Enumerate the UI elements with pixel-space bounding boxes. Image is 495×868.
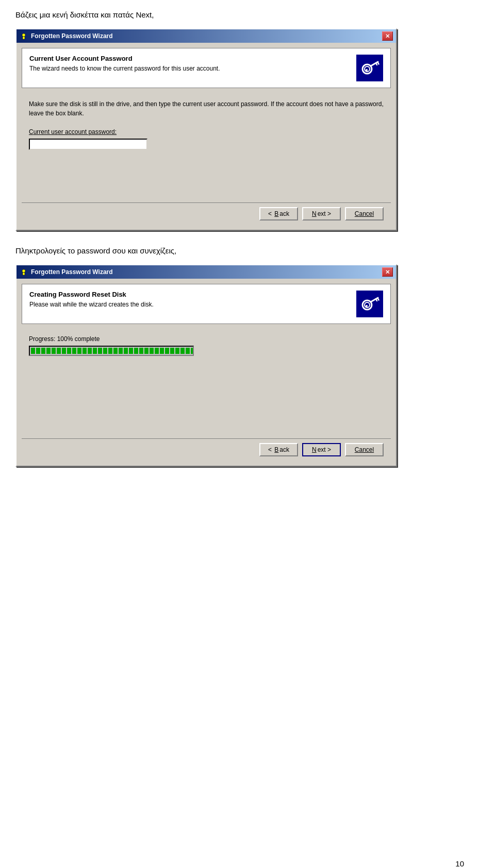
progress-segment <box>77 348 81 354</box>
progress-segment <box>57 348 61 354</box>
progress-segment <box>36 348 40 354</box>
progress-segment <box>160 348 164 354</box>
password-label-underline: C <box>29 128 34 135</box>
progress-segment <box>129 348 133 354</box>
svg-rect-2 <box>23 37 25 39</box>
wizard-title-icon <box>20 32 28 40</box>
dialog1-header: Current User Account Password The wizard… <box>22 48 391 88</box>
progress-segment <box>186 348 190 354</box>
dialog2-close-button[interactable]: ✕ <box>382 267 393 277</box>
back-underline: B <box>274 210 278 217</box>
progress-segment <box>113 348 118 354</box>
progress-segment <box>119 348 123 354</box>
progress-segment <box>46 348 51 354</box>
dialog2-header-text: Creating Password Reset Disk Please wait… <box>29 291 351 308</box>
progress-segment <box>93 348 97 354</box>
dialog2-title-area: Forgotten Password Wizard <box>20 268 113 276</box>
svg-point-17 <box>366 305 368 307</box>
back-underline2: B <box>274 446 278 453</box>
progress-segment <box>134 348 138 354</box>
dialog1-description: Make sure the disk is still in the drive… <box>29 99 384 118</box>
dialog1-footer: < Back Next > Cancel <box>22 202 391 225</box>
dialog1-header-text: Current User Account Password The wizard… <box>29 55 351 72</box>
progress-segment <box>103 348 107 354</box>
dialog1-header-subtitle: The wizard needs to know the current pas… <box>29 65 351 72</box>
wizard-title-icon2 <box>20 268 28 276</box>
progress-segment <box>150 348 154 354</box>
dialog2-title-text: Forgotten Password Wizard <box>31 268 113 276</box>
dialog2-body: Creating Password Reset Disk Please wait… <box>16 279 396 466</box>
progress-label: Progress: 100% complete <box>29 335 384 343</box>
next-underline2: N <box>312 446 317 453</box>
progress-segment <box>165 348 169 354</box>
dialog1-next-button[interactable]: Next > <box>302 207 341 220</box>
page-number: 10 <box>455 859 464 868</box>
progress-segment <box>175 348 179 354</box>
dialog2-next-button[interactable]: Next > <box>302 443 341 456</box>
dialog1-title-area: Forgotten Password Wizard <box>20 32 113 40</box>
progress-segment <box>62 348 66 354</box>
progress-bar <box>29 346 194 356</box>
dialog1-key-icon-box <box>356 55 383 81</box>
dialog2-cancel-button[interactable]: Cancel <box>345 443 384 456</box>
dialog1-content: Make sure the disk is still in the drive… <box>22 94 391 197</box>
progress-segment <box>31 348 35 354</box>
dialog2-header-title: Creating Password Reset Disk <box>29 291 351 298</box>
progress-segment <box>191 348 194 354</box>
password-label: Current user account password: <box>29 128 384 135</box>
dialog2-header: Creating Password Reset Disk Please wait… <box>22 284 391 324</box>
svg-line-7 <box>378 62 379 64</box>
progress-bar-fill <box>30 347 194 355</box>
dialog2-back-button[interactable]: < Back <box>259 443 298 456</box>
cancel-text2: Cancel <box>355 446 374 453</box>
progress-segment <box>108 348 112 354</box>
second-text: Πληκτρολογείς το password σου και συνεχί… <box>15 246 480 255</box>
dialog2-key-icon-box <box>356 291 383 317</box>
dialog2-header-subtitle: Please wait while the wizard creates the… <box>29 301 351 308</box>
dialog1-cancel-button[interactable]: Cancel <box>345 207 384 220</box>
dialog2-content: Progress: 100% complete <box>22 330 391 433</box>
progress-segment <box>139 348 143 354</box>
intro-text: Βάζεις μια κενή δισκέττα και πατάς Next, <box>15 10 480 19</box>
progress-segment <box>82 348 87 354</box>
progress-segment <box>52 348 56 354</box>
dialog1-window: Forgotten Password Wizard ✕ Current User… <box>15 28 397 231</box>
progress-segment <box>88 348 92 354</box>
key-icon2 <box>359 294 380 314</box>
progress-segment <box>67 348 71 354</box>
svg-point-10 <box>22 269 25 273</box>
dialog1-close-button[interactable]: ✕ <box>382 31 393 41</box>
progress-segment <box>144 348 148 354</box>
progress-segment <box>72 348 76 354</box>
dialog2-window: Forgotten Password Wizard ✕ Creating Pas… <box>15 264 397 467</box>
svg-point-8 <box>366 69 368 71</box>
svg-line-16 <box>378 298 379 300</box>
dialog1-titlebar: Forgotten Password Wizard ✕ <box>16 29 396 43</box>
progress-segment <box>180 348 185 354</box>
password-label-rest: urrent user account password: <box>34 128 117 135</box>
cancel-text: Cancel <box>355 210 374 217</box>
svg-rect-11 <box>23 273 25 275</box>
dialog2-footer: < Back Next > Cancel <box>22 438 391 461</box>
progress-segment <box>41 348 45 354</box>
next-underline: N <box>312 210 317 217</box>
progress-segment <box>155 348 159 354</box>
dialog1-body: Current User Account Password The wizard… <box>16 43 396 230</box>
svg-point-1 <box>22 33 25 37</box>
dialog1-header-title: Current User Account Password <box>29 55 351 62</box>
key-icon <box>359 58 380 78</box>
progress-segment <box>124 348 128 354</box>
dialog2-titlebar: Forgotten Password Wizard ✕ <box>16 265 396 279</box>
dialog1-title-text: Forgotten Password Wizard <box>31 32 113 40</box>
dialog1-back-button[interactable]: < Back <box>259 207 298 220</box>
progress-segment <box>98 348 102 354</box>
password-input[interactable] <box>29 139 147 150</box>
progress-segment <box>170 348 174 354</box>
